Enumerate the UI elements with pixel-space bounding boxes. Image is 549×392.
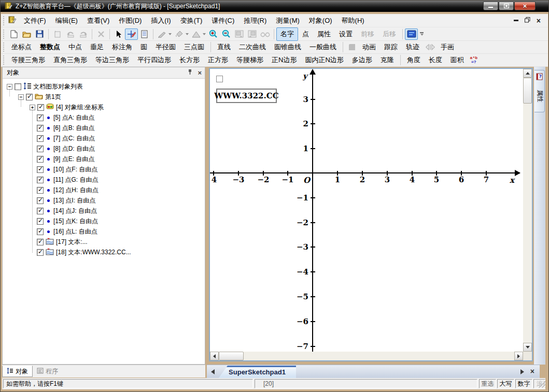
scroll-left-button[interactable] bbox=[210, 352, 219, 360]
text-document-button[interactable] bbox=[138, 28, 151, 40]
open-file-button[interactable] bbox=[20, 28, 33, 40]
zoom-in-button[interactable] bbox=[207, 28, 220, 40]
item-checkbox[interactable] bbox=[37, 197, 44, 204]
tool-animation[interactable]: 动画 bbox=[358, 40, 380, 54]
tool-radius-circle[interactable]: 半径圆 bbox=[151, 40, 180, 54]
settings-button[interactable]: 设置 bbox=[335, 27, 357, 41]
tool-general-curve[interactable]: 一般曲线 bbox=[305, 40, 341, 54]
presentation-screen-button[interactable] bbox=[405, 28, 418, 40]
canvas-hscrollbar[interactable] bbox=[210, 352, 523, 360]
fill-color-dropdown[interactable] bbox=[186, 33, 189, 35]
status-num-toggle[interactable]: 数字 bbox=[515, 379, 532, 388]
shape-style-dropdown[interactable] bbox=[203, 33, 206, 35]
tool-regular-ngon[interactable]: 正N边形 bbox=[268, 53, 301, 67]
item-checkbox[interactable] bbox=[37, 114, 44, 121]
delete-button[interactable] bbox=[94, 28, 107, 40]
tree-row-text[interactable]: [17] 文本:... bbox=[37, 237, 88, 247]
select-tool-button[interactable] bbox=[112, 28, 125, 40]
scroll-up-button[interactable] bbox=[523, 69, 532, 78]
tool-locus[interactable]: 轨迹 bbox=[402, 40, 424, 54]
mdi-close-button[interactable]: × bbox=[537, 18, 541, 24]
tree-row-group[interactable]: + [4] 对象组:坐标系 bbox=[30, 102, 104, 112]
close-button[interactable]: × bbox=[514, 2, 536, 10]
restore-button[interactable] bbox=[499, 2, 514, 10]
menu-view[interactable]: 查看(V) bbox=[82, 14, 114, 27]
shape-style-button[interactable] bbox=[190, 28, 203, 40]
coordinate-pen-tool-button[interactable] bbox=[125, 28, 138, 40]
menu-object[interactable]: 对象(O) bbox=[304, 14, 337, 27]
menu-file[interactable]: 文件(F) bbox=[19, 14, 51, 27]
menu-measure[interactable]: 测量(M) bbox=[271, 14, 304, 27]
tool-three-point-circle[interactable]: 三点圆 bbox=[180, 40, 208, 54]
tree-row-point[interactable]: [7] 点C: 自由点 bbox=[37, 133, 95, 143]
tool-quadratic-curve[interactable]: 二次曲线 bbox=[235, 40, 270, 54]
tool-parallelogram[interactable]: 平行四边形 bbox=[133, 53, 175, 67]
bring-forward-button[interactable]: 前移 bbox=[357, 27, 378, 41]
item-checkbox[interactable] bbox=[37, 218, 44, 225]
measure-area-button[interactable]: 面积 bbox=[446, 53, 468, 67]
mdi-minimize-button[interactable] bbox=[514, 20, 518, 21]
next-page-button[interactable] bbox=[246, 28, 259, 40]
tool-right-triangle[interactable]: 直角三角形 bbox=[49, 53, 91, 67]
tool-square[interactable]: 正方形 bbox=[204, 53, 232, 67]
redo-button[interactable] bbox=[77, 28, 90, 40]
vscroll-thumb[interactable] bbox=[523, 78, 532, 104]
send-backward-button[interactable]: 后移 bbox=[378, 27, 400, 41]
tree-row-point[interactable]: [11] 点G: 自由点 bbox=[37, 175, 98, 185]
tool-midpoint[interactable]: 中点 bbox=[64, 40, 86, 54]
tool-trace[interactable]: 跟踪 bbox=[380, 40, 402, 54]
tab-scroll-left-icon[interactable] bbox=[211, 369, 215, 374]
tool-clone[interactable]: 克隆 bbox=[376, 53, 398, 67]
previous-page-button[interactable] bbox=[233, 28, 246, 40]
tree-row-point[interactable]: [9] 点E: 自由点 bbox=[37, 154, 94, 164]
toolbar1-grip[interactable] bbox=[3, 30, 5, 39]
item-checkbox[interactable] bbox=[37, 187, 44, 194]
tool-rectangle[interactable]: 长方形 bbox=[175, 53, 204, 67]
item-checkbox[interactable] bbox=[37, 228, 44, 235]
document-tab-active[interactable]: SuperSketchpad1 bbox=[218, 366, 296, 379]
zoom-out-button[interactable] bbox=[220, 28, 233, 40]
page-effect-button[interactable] bbox=[345, 41, 358, 53]
watermark-textbox[interactable]: WWW.3322.CC bbox=[216, 89, 277, 103]
tree-row-point[interactable]: [8] 点D: 自由点 bbox=[37, 143, 95, 154]
tool-circle[interactable]: 圆 bbox=[136, 40, 151, 54]
tool-coordinate-point[interactable]: 坐标点 bbox=[7, 40, 36, 54]
tool-integer-point[interactable]: 整数点 bbox=[36, 40, 64, 54]
properties-button[interactable]: 属性 bbox=[313, 27, 335, 41]
tree-row-point[interactable]: [6] 点B: 自由点 bbox=[37, 123, 94, 133]
tree-row-point[interactable]: [12] 点H: 自由点 bbox=[37, 185, 98, 195]
tool-conic-curve[interactable]: 圆锥曲线 bbox=[270, 40, 305, 54]
canvas-vscrollbar[interactable] bbox=[523, 69, 532, 352]
item-checkbox[interactable] bbox=[37, 125, 44, 132]
step-playback-button[interactable] bbox=[424, 41, 437, 53]
point-button[interactable]: 点 bbox=[298, 27, 313, 41]
drawing-canvas[interactable]: x y O 4 −3 −2 −1 1 2 3 4 5 6 7 bbox=[209, 68, 533, 361]
tool-isosceles-triangle[interactable]: 等腰三角形 bbox=[7, 53, 49, 67]
tool-equilateral-triangle[interactable]: 等边三角形 bbox=[91, 53, 133, 67]
scroll-right-button[interactable] bbox=[514, 352, 523, 360]
tool-freehand[interactable]: 手画 bbox=[437, 40, 458, 54]
link-view-button[interactable] bbox=[259, 28, 272, 40]
mdi-restore-button[interactable] bbox=[525, 17, 530, 24]
menu-help[interactable]: 帮助(H) bbox=[337, 14, 369, 27]
document-tab-close-icon[interactable]: × bbox=[530, 367, 534, 375]
tree-row-point[interactable]: [10] 点F: 自由点 bbox=[37, 164, 97, 175]
page-checkbox[interactable] bbox=[26, 94, 33, 100]
toolbar3-grip[interactable] bbox=[3, 55, 5, 65]
tree-row-point[interactable]: [15] 点K: 自由点 bbox=[37, 216, 98, 226]
collapse-icon[interactable]: − bbox=[18, 94, 24, 100]
item-checkbox[interactable] bbox=[37, 156, 44, 163]
tool-inscribed-ngon[interactable]: 圆内正N边形 bbox=[301, 53, 347, 67]
measure-angle-button[interactable]: 角度 bbox=[403, 53, 425, 67]
toolbar2-grip[interactable] bbox=[3, 42, 5, 52]
tool-angle-mark[interactable]: 标注角 bbox=[108, 40, 136, 54]
tool-polygon[interactable]: 多边形 bbox=[348, 53, 376, 67]
toolbar-overflow-button[interactable] bbox=[420, 32, 424, 36]
root-checkbox[interactable] bbox=[15, 83, 21, 90]
item-checkbox[interactable] bbox=[37, 249, 44, 256]
tool-line[interactable]: 直线 bbox=[213, 40, 235, 54]
canvas-checkbox[interactable] bbox=[216, 76, 223, 82]
panel-close-icon[interactable]: × bbox=[198, 70, 202, 76]
status-caps-toggle[interactable]: 大写 bbox=[497, 379, 514, 388]
tree-row-point[interactable]: [16] 点L: 自由点 bbox=[37, 226, 97, 237]
